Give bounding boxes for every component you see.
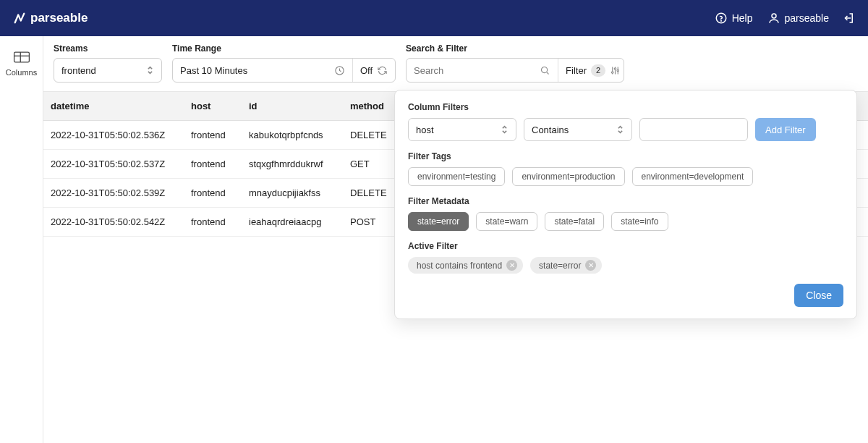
help-link[interactable]: Help <box>715 12 753 25</box>
cell-datetime: 2022-10-31T05:50:02.539Z <box>43 179 185 207</box>
remove-filter-icon[interactable]: ✕ <box>585 260 596 271</box>
cell-datetime: 2022-10-31T05:50:02.537Z <box>43 150 185 178</box>
filter-column-value: host <box>416 125 434 135</box>
refresh-toggle-label: Off <box>360 65 373 76</box>
help-label: Help <box>732 12 753 24</box>
user-icon <box>767 12 780 25</box>
cell-host: frontend <box>185 150 243 178</box>
content-area: Streams frontend Time Range Past 10 Minu… <box>43 36 868 443</box>
columns-icon <box>12 49 31 65</box>
time-range-label: Time Range <box>172 43 396 54</box>
refresh-icon <box>377 65 388 76</box>
filter-condition-select[interactable]: Contains <box>524 118 632 141</box>
time-range-picker[interactable]: Past 10 Minutes <box>173 59 352 82</box>
cell-datetime: 2022-10-31T05:50:02.536Z <box>43 121 185 149</box>
filter-count-badge: 2 <box>591 64 605 77</box>
logout-button[interactable] <box>842 12 855 25</box>
search-filter-label: Search & Filter <box>406 43 624 54</box>
auto-refresh-toggle[interactable]: Off <box>353 59 395 82</box>
filter-condition-value: Contains <box>532 125 569 135</box>
svg-point-7 <box>542 67 548 72</box>
search-icon <box>540 65 550 76</box>
col-header-datetime[interactable]: datetime <box>43 92 185 120</box>
filter-column-select[interactable]: host <box>408 118 516 141</box>
active-filter-title: Active Filter <box>408 241 843 251</box>
add-filter-button[interactable]: Add Filter <box>755 118 816 141</box>
column-filters-title: Column Filters <box>408 102 843 112</box>
svg-point-1 <box>720 20 721 21</box>
stream-selected-value: frontend <box>61 65 96 76</box>
filter-label: Filter <box>566 65 587 76</box>
active-filter-chip: host contains frontend✕ <box>408 257 523 274</box>
user-label: parseable <box>785 12 830 24</box>
cell-id: kabukotqrbpfcnds <box>243 121 344 149</box>
filter-panel: Column Filters host Contains Add Filter … <box>394 90 857 319</box>
svg-point-2 <box>772 14 776 18</box>
stream-selector[interactable]: frontend <box>54 58 162 83</box>
cell-host: frontend <box>185 208 243 236</box>
help-icon <box>715 12 728 25</box>
cell-id: stqxgfhmrddukrwf <box>243 150 344 178</box>
cell-datetime: 2022-10-31T05:50:02.542Z <box>43 208 185 236</box>
chevron-updown-icon <box>616 125 624 135</box>
logout-icon <box>842 12 855 25</box>
filter-metadata-chip[interactable]: state=fatal <box>545 212 604 231</box>
filter-metadata-chip[interactable]: state=warn <box>476 212 537 231</box>
filter-tag-chip[interactable]: environment=development <box>632 167 754 186</box>
filter-tag-chip[interactable]: environment=production <box>512 167 624 186</box>
active-filter-text: host contains frontend <box>417 261 502 271</box>
remove-filter-icon[interactable]: ✕ <box>506 260 517 271</box>
filter-button[interactable]: Filter 2 <box>558 59 624 82</box>
cell-id: ieahaqrdreiaacpg <box>243 208 344 236</box>
active-filter-chip: state=error✕ <box>530 257 602 274</box>
cell-host: frontend <box>185 121 243 149</box>
svg-point-10 <box>617 69 619 72</box>
chevron-updown-icon <box>501 125 509 135</box>
close-panel-button[interactable]: Close <box>794 284 843 307</box>
filter-metadata-title: Filter Metadata <box>408 196 843 206</box>
cell-id: mnayducpijiakfss <box>243 179 344 207</box>
col-header-id[interactable]: id <box>243 92 344 120</box>
logo-icon <box>13 12 26 25</box>
columns-nav-label: Columns <box>6 68 37 77</box>
filter-tag-chip[interactable]: environment=testing <box>408 167 505 186</box>
svg-rect-3 <box>14 52 29 62</box>
filter-value-input[interactable] <box>639 118 748 141</box>
filter-tags-title: Filter Tags <box>408 151 843 161</box>
toolbar: Streams frontend Time Range Past 10 Minu… <box>43 36 868 92</box>
search-filter-control: Filter 2 <box>406 58 624 83</box>
brand-logo: parseable <box>13 11 88 25</box>
clock-icon <box>334 65 345 76</box>
streams-label: Streams <box>54 43 162 54</box>
chevron-updown-icon <box>146 65 154 75</box>
columns-nav-item[interactable]: Columns <box>6 43 37 83</box>
sliders-icon <box>610 65 621 76</box>
left-rail: Columns <box>0 36 43 443</box>
svg-point-9 <box>614 67 616 69</box>
col-header-host[interactable]: host <box>185 92 243 120</box>
time-range-value: Past 10 Minutes <box>180 65 247 76</box>
search-input-wrap <box>407 59 558 82</box>
user-menu[interactable]: parseable <box>767 12 830 25</box>
filter-metadata-chip[interactable]: state=info <box>611 212 668 231</box>
svg-point-8 <box>612 71 614 73</box>
active-filter-text: state=error <box>539 261 581 271</box>
cell-host: frontend <box>185 179 243 207</box>
time-range-control: Past 10 Minutes Off <box>172 58 396 83</box>
search-input[interactable] <box>414 65 535 76</box>
filter-metadata-chip[interactable]: state=error <box>408 212 469 231</box>
app-header: parseable Help parseable <box>0 0 868 36</box>
brand-name: parseable <box>30 11 88 25</box>
